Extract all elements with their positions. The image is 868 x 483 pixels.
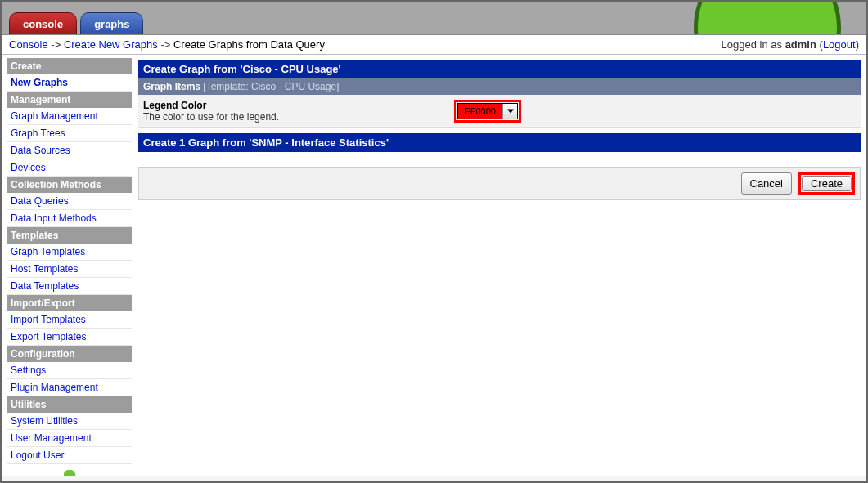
tab-console[interactable]: console: [9, 12, 77, 35]
sidebar-item-logout-user[interactable]: Logout User: [7, 447, 132, 464]
color-swatch: FF0000: [458, 104, 502, 119]
sidebar-item-system-utilities[interactable]: System Utilities: [7, 413, 132, 430]
breadcrumb: Console -> Create New Graphs -> Create G…: [9, 38, 325, 51]
sidebar: Create New Graphs Management Graph Manag…: [2, 55, 137, 476]
highlight-create-button: Create: [798, 172, 855, 195]
sidebar-item-new-graphs[interactable]: New Graphs: [7, 74, 132, 92]
sidebar-item-data-queries[interactable]: Data Queries: [7, 193, 132, 210]
svg-marker-0: [507, 110, 514, 114]
form-row-legend-color: Legend Color The color to use for the le…: [138, 95, 861, 128]
graph-items-template: [Template: Cisco - CPU Usage]: [203, 81, 339, 92]
sidebar-item-export-templates[interactable]: Export Templates: [7, 329, 132, 346]
sidebar-section-utilities: Utilities: [7, 396, 132, 413]
sidebar-footer: [7, 467, 132, 476]
sidebar-section-configuration: Configuration: [7, 346, 132, 362]
sidebar-section-create: Create: [7, 58, 132, 74]
login-user: admin: [785, 38, 816, 51]
sidebar-section-import-export: Import/Export: [7, 295, 132, 311]
sidebar-section-collection: Collection Methods: [7, 177, 132, 193]
legend-color-select[interactable]: FF0000: [457, 103, 518, 119]
sidebar-item-data-input-methods[interactable]: Data Input Methods: [7, 210, 132, 227]
section-title-cisco-cpu: Create Graph from 'Cisco - CPU Usage': [138, 60, 861, 78]
sidebar-item-data-templates[interactable]: Data Templates: [7, 278, 132, 295]
breadcrumb-sep: ->: [51, 38, 64, 51]
breadcrumb-console[interactable]: Console: [9, 38, 48, 51]
sidebar-item-graph-trees[interactable]: Graph Trees: [7, 125, 132, 142]
sidebar-item-devices[interactable]: Devices: [7, 159, 132, 177]
sidebar-item-graph-management[interactable]: Graph Management: [7, 108, 132, 125]
sidebar-item-user-management[interactable]: User Management: [7, 430, 132, 447]
sidebar-item-import-templates[interactable]: Import Templates: [7, 311, 132, 329]
sidebar-section-management: Management: [7, 92, 132, 108]
action-bar: Cancel Create: [138, 167, 861, 200]
highlight-color-select: FF0000: [454, 100, 521, 123]
sidebar-item-settings[interactable]: Settings: [7, 362, 132, 379]
breadcrumb-bar: Console -> Create New Graphs -> Create G…: [2, 35, 866, 55]
sidebar-item-data-sources[interactable]: Data Sources: [7, 142, 132, 159]
cancel-button[interactable]: Cancel: [741, 172, 792, 195]
graph-items-label: Graph Items: [143, 81, 203, 92]
section-subtitle-graph-items: Graph Items [Template: Cisco - CPU Usage…: [138, 78, 861, 95]
sidebar-section-templates: Templates: [7, 227, 132, 244]
sidebar-item-plugin-management[interactable]: Plugin Management: [7, 379, 132, 396]
breadcrumb-create-new-graphs[interactable]: Create New Graphs: [64, 38, 158, 51]
legend-color-label: Legend Color: [143, 100, 454, 111]
sidebar-item-graph-templates[interactable]: Graph Templates: [7, 244, 132, 261]
cacti-logo: [694, 2, 841, 35]
login-prefix: Logged in as: [722, 38, 785, 51]
logout-link[interactable]: Logout: [823, 38, 856, 51]
legend-color-desc: The color to use for the legend.: [143, 111, 454, 123]
create-button[interactable]: Create: [802, 176, 852, 191]
content: Create Graph from 'Cisco - CPU Usage' Gr…: [137, 55, 866, 476]
header: console graphs: [2, 2, 866, 35]
breadcrumb-current: Create Graphs from Data Query: [173, 38, 325, 51]
chevron-down-icon: [502, 104, 517, 119]
tab-graphs[interactable]: graphs: [80, 12, 143, 35]
sidebar-item-host-templates[interactable]: Host Templates: [7, 261, 132, 278]
cacti-icon: [57, 467, 82, 476]
breadcrumb-sep: ->: [160, 38, 173, 51]
section-title-snmp-interface: Create 1 Graph from 'SNMP - Interface St…: [138, 133, 861, 152]
login-status: Logged in as admin (Logout): [722, 38, 859, 51]
